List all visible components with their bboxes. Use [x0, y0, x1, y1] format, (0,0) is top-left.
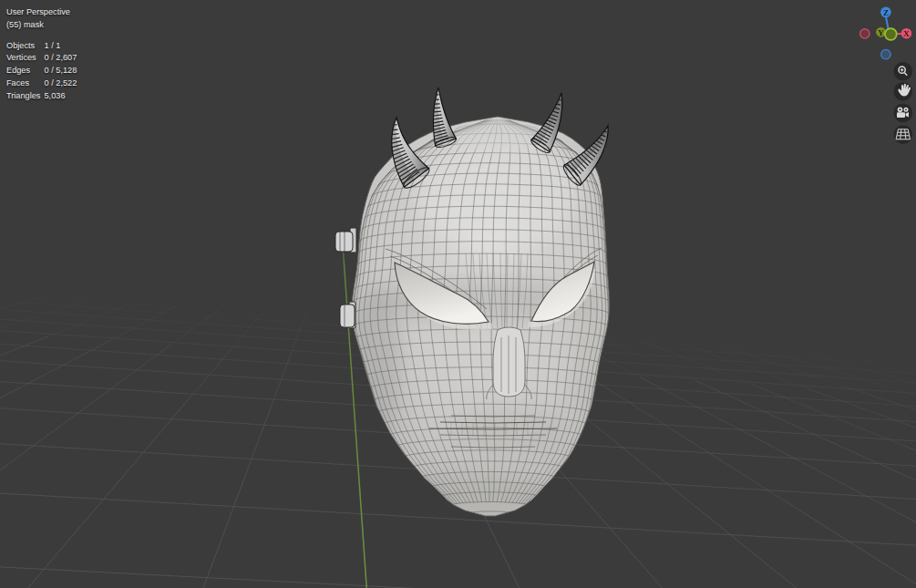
- svg-text:Y: Y: [878, 28, 884, 37]
- svg-text:X: X: [903, 29, 910, 38]
- svg-text:Z: Z: [883, 8, 889, 17]
